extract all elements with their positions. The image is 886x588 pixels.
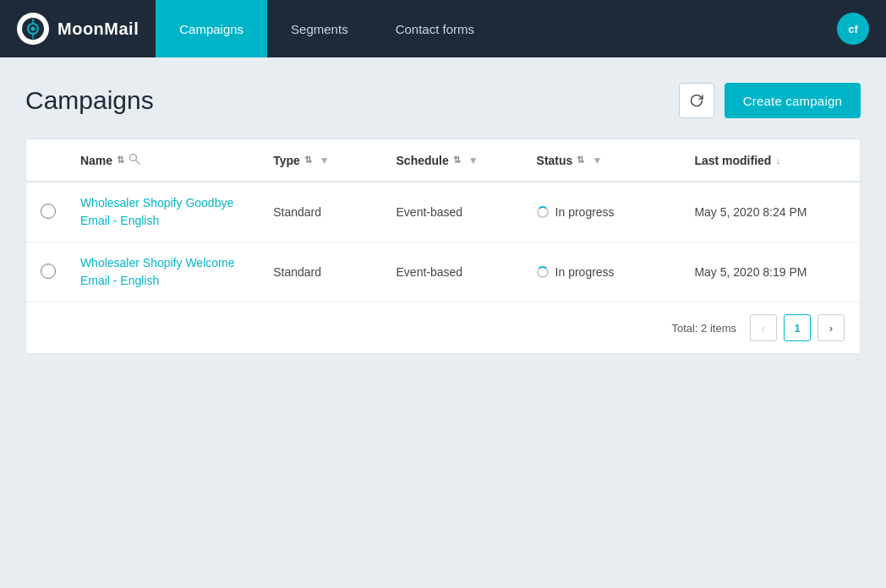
row1-status-cell: In progress: [527, 182, 685, 242]
prev-page-button[interactable]: ‹: [750, 314, 777, 341]
schedule-sort-icon[interactable]: ⇅: [453, 155, 461, 166]
row2-name-cell: Wholesaler Shopify Welcome Email - Engli…: [70, 242, 263, 302]
refresh-icon: [689, 93, 704, 108]
row2-radio[interactable]: [41, 264, 56, 279]
create-campaign-button[interactable]: Create campaign: [725, 83, 861, 118]
row2-status-cell: In progress: [527, 242, 685, 302]
table-row: Wholesaler Shopify Goodbye Email - Engli…: [26, 182, 860, 242]
row2-type-cell: Standard: [263, 242, 386, 302]
row1-name-link[interactable]: Wholesaler Shopify Goodbye Email - Engli…: [80, 196, 233, 227]
campaigns-table: Name ⇅ Type: [26, 139, 860, 302]
status-sort-icon[interactable]: ⇅: [577, 155, 584, 166]
type-sort-icon[interactable]: ⇅: [304, 155, 312, 166]
th-schedule: Schedule ⇅ ▼: [386, 139, 527, 182]
page-title: Campaigns: [25, 86, 154, 115]
th-status: Status ⇅ ▼: [527, 139, 685, 182]
svg-point-2: [31, 27, 36, 31]
last-modified-sort-icon[interactable]: ↓: [775, 155, 780, 166]
th-last-modified: Last modified ↓: [684, 139, 860, 182]
row2-modified-cell: May 5, 2020 8:19 PM: [684, 242, 860, 302]
th-type-label: Type: [273, 154, 300, 167]
row1-status-label: In progress: [555, 205, 615, 219]
navbar: MoonMail Campaigns Segments Contact form…: [0, 0, 886, 57]
next-page-button[interactable]: ›: [818, 314, 845, 341]
page-1-button[interactable]: 1: [784, 314, 811, 341]
main-content: Campaigns Create campaign Name ⇅: [0, 57, 886, 371]
th-name: Name ⇅: [70, 139, 263, 182]
table-row: Wholesaler Shopify Welcome Email - Engli…: [26, 242, 860, 302]
th-schedule-label: Schedule: [397, 154, 449, 167]
row1-status-spinner: [537, 206, 549, 218]
page-header: Campaigns Create campaign: [25, 83, 861, 118]
campaigns-table-container: Name ⇅ Type: [25, 139, 861, 354]
nav-tab-campaigns[interactable]: Campaigns: [156, 0, 267, 57]
row1-checkbox-cell: [26, 182, 70, 242]
user-avatar[interactable]: cf: [837, 13, 869, 45]
name-sort-icon[interactable]: ⇅: [117, 155, 124, 166]
refresh-button[interactable]: [679, 83, 714, 118]
logo-icon: [17, 13, 49, 45]
status-filter-icon[interactable]: ▼: [592, 155, 602, 166]
svg-line-6: [136, 161, 140, 165]
logo-area: MoonMail: [17, 13, 139, 45]
th-status-label: Status: [537, 154, 573, 167]
type-filter-icon[interactable]: ▼: [320, 155, 330, 166]
table-header: Name ⇅ Type: [26, 139, 860, 182]
th-checkbox: [26, 139, 70, 182]
th-name-label: Name: [80, 154, 112, 167]
app-name: MoonMail: [57, 19, 139, 39]
th-type: Type ⇅ ▼: [263, 139, 386, 182]
row2-name-link[interactable]: Wholesaler Shopify Welcome Email - Engli…: [80, 256, 235, 287]
nav-tab-segments[interactable]: Segments: [267, 0, 372, 57]
table-body: Wholesaler Shopify Goodbye Email - Engli…: [26, 182, 860, 302]
row2-status-spinner: [537, 266, 549, 278]
header-actions: Create campaign: [679, 83, 861, 118]
row1-type-cell: Standard: [263, 182, 386, 242]
row1-name-cell: Wholesaler Shopify Goodbye Email - Engli…: [70, 182, 263, 242]
row2-schedule-cell: Event-based: [386, 242, 527, 302]
schedule-filter-icon[interactable]: ▼: [468, 155, 479, 166]
th-last-modified-label: Last modified: [694, 154, 771, 167]
row2-status-label: In progress: [555, 265, 615, 279]
total-label: Total: 2 items: [671, 322, 736, 335]
row1-schedule-cell: Event-based: [386, 182, 527, 242]
pagination-row: Total: 2 items ‹ 1 ›: [26, 302, 860, 353]
name-search-icon[interactable]: [129, 153, 140, 167]
nav-tabs: Campaigns Segments Contact forms: [156, 0, 498, 57]
row2-checkbox-cell: [26, 242, 70, 302]
row1-radio[interactable]: [41, 204, 56, 219]
row1-modified-cell: May 5, 2020 8:24 PM: [684, 182, 860, 242]
nav-tab-contact-forms[interactable]: Contact forms: [372, 0, 498, 57]
